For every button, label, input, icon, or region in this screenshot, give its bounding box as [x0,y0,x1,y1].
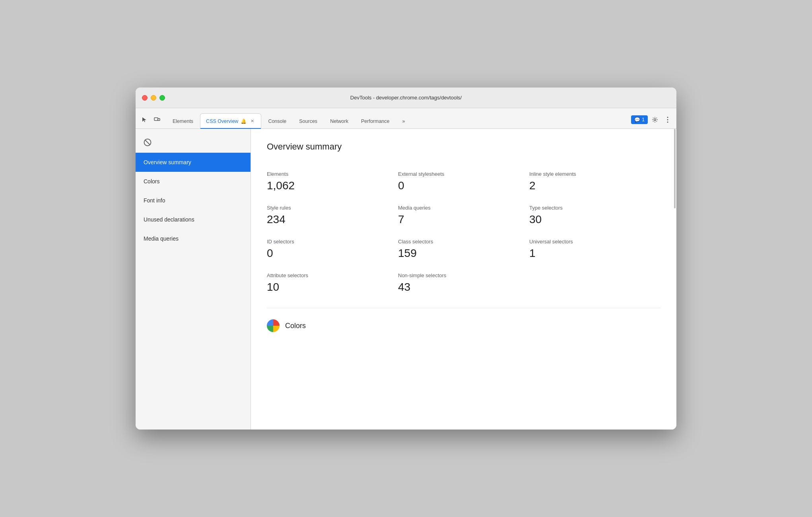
tab-elements[interactable]: Elements [167,113,199,128]
more-options-button[interactable] [662,114,673,125]
main-area: Overview summary Colors Font info Unused… [136,129,676,430]
title-bar: DevTools - developer.chrome.com/tags/dev… [136,87,676,108]
settings-button[interactable] [649,114,660,125]
tab-more[interactable]: » [396,113,411,128]
svg-point-5 [667,122,668,123]
stat-external-stylesheets: External stylesheets 0 [398,165,529,198]
cursor-icon[interactable] [139,114,150,125]
stat-universal-selectors: Universal selectors 1 [529,232,660,266]
svg-point-3 [667,117,668,118]
page-title: Overview summary [267,142,660,152]
sidebar-item-colors[interactable]: Colors [136,172,251,191]
sidebar-item-media-queries[interactable]: Media queries [136,229,251,248]
tab-network[interactable]: Network [324,113,354,128]
chat-icon: 💬 [634,117,640,122]
svg-rect-0 [154,118,158,121]
devtools-window: DevTools - developer.chrome.com/tags/dev… [136,87,676,430]
colors-title: Colors [285,322,306,330]
stat-attribute-selectors: Attribute selectors 10 [267,266,398,300]
stat-type-selectors: Type selectors 30 [529,198,660,232]
tab-performance[interactable]: Performance [355,113,396,128]
tab-bar: Elements CSS Overview 🔔 ✕ Console Source… [136,108,676,129]
notification-badge[interactable]: 💬 1 [631,115,648,124]
maximize-button[interactable] [159,95,165,101]
sidebar-item-overview-summary[interactable]: Overview summary [136,153,251,172]
scrollbar-track[interactable] [673,129,676,430]
content-wrapper: Overview summary Elements 1,062 External… [267,142,660,332]
svg-line-7 [145,140,150,145]
device-toggle-icon[interactable] [152,114,163,125]
stat-media-queries: Media queries 7 [398,198,529,232]
sidebar-item-font-info[interactable]: Font info [136,191,251,210]
tab-console[interactable]: Console [262,113,292,128]
svg-rect-1 [158,119,160,121]
toolbar-right: 💬 1 [631,114,673,128]
sidebar: Overview summary Colors Font info Unused… [136,129,251,430]
colors-section: Colors [267,316,660,332]
tab-css-overview[interactable]: CSS Overview 🔔 ✕ [200,113,261,128]
tab-close-icon[interactable]: ✕ [249,118,255,124]
stat-class-selectors: Class selectors 159 [398,232,529,266]
stats-grid: Elements 1,062 External stylesheets 0 In… [267,165,660,300]
section-divider [267,308,660,308]
close-button[interactable] [142,95,148,101]
tab-sources[interactable]: Sources [293,113,323,128]
minimize-button[interactable] [151,95,156,101]
stat-non-simple-selectors: Non-simple selectors 43 [398,266,529,300]
stat-elements: Elements 1,062 [267,165,398,198]
block-icon [140,135,155,150]
stat-style-rules: Style rules 234 [267,198,398,232]
svg-point-2 [654,119,656,121]
colors-header: Colors [267,319,660,332]
stat-id-selectors: ID selectors 0 [267,232,398,266]
svg-point-4 [667,119,668,121]
window-title: DevTools - developer.chrome.com/tags/dev… [350,95,462,101]
stat-placeholder [529,266,660,300]
toolbar-left [139,114,163,128]
traffic-lights [142,95,165,101]
stat-inline-style-elements: Inline style elements 2 [529,165,660,198]
content-area: Overview summary Elements 1,062 External… [251,129,676,430]
color-wheel-icon [267,319,280,332]
scrollbar-thumb[interactable] [674,129,676,208]
sidebar-item-unused-declarations[interactable]: Unused declarations [136,210,251,229]
